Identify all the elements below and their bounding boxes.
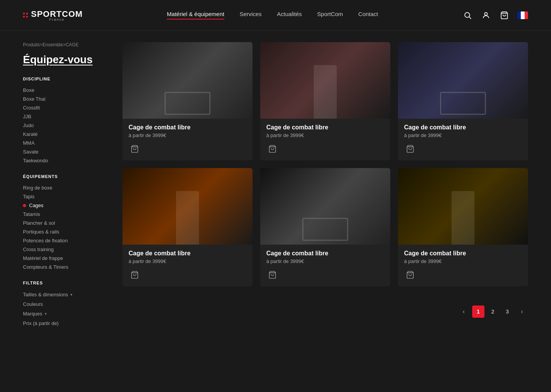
- product-card[interactable]: Cage de combat libreà partir de 3999€: [260, 168, 390, 286]
- svg-point-2: [484, 12, 487, 15]
- discipline-list: BoxeBoxe ThaïCrossfitJJBJudoKaratéMMASav…: [23, 86, 107, 165]
- discipline-item[interactable]: JJB: [23, 112, 107, 121]
- discipline-item[interactable]: Boxe Thaï: [23, 95, 107, 103]
- pagination: ‹ 1 2 3 ›: [122, 298, 528, 325]
- equipement-item[interactable]: Ring de boxe: [23, 183, 107, 192]
- product-name: Cage de combat libre: [404, 124, 522, 131]
- equipement-item[interactable]: Portiques & rails: [23, 227, 107, 236]
- discipline-item[interactable]: Karaté: [23, 130, 107, 139]
- discipline-item[interactable]: Savate: [23, 147, 107, 156]
- nav-materiel[interactable]: Matériel & équipement: [167, 11, 224, 20]
- product-name: Cage de combat libre: [129, 250, 246, 257]
- discipline-item[interactable]: Judo: [23, 121, 107, 130]
- search-icon[interactable]: [462, 10, 473, 21]
- discipline-item[interactable]: MMA: [23, 139, 107, 147]
- sidebar-title: Équipez-vous: [23, 54, 107, 66]
- equipement-item[interactable]: Compteurs & Timers: [23, 263, 107, 271]
- nav-actualites[interactable]: Actualités: [277, 11, 302, 20]
- filtres-list: Tailles & dimensions▾CouleursMarques▾Pri…: [23, 290, 107, 328]
- pagination-next[interactable]: ›: [516, 305, 528, 318]
- pagination-prev[interactable]: ‹: [458, 305, 470, 318]
- main-container: Produits>Ensemble>CAGE Équipez-vous DISC…: [0, 31, 551, 340]
- filter-arrow-icon: ▾: [45, 312, 47, 316]
- product-image: [260, 168, 390, 245]
- logo[interactable]: SPORTCOM France: [23, 9, 83, 21]
- product-image: [398, 168, 528, 245]
- nav-contact[interactable]: Contact: [358, 11, 378, 20]
- product-price: à partir de 3999€: [266, 258, 384, 264]
- logo-text: SPORTCOM: [31, 9, 83, 19]
- header: SPORTCOM France Matériel & équipement Se…: [0, 0, 551, 31]
- add-to-cart-button[interactable]: [129, 143, 141, 155]
- discipline-item[interactable]: Boxe: [23, 86, 107, 95]
- main-nav: Matériel & équipement Services Actualité…: [167, 11, 378, 20]
- equipement-item[interactable]: Cages: [23, 201, 107, 210]
- active-indicator: [23, 204, 26, 207]
- product-image: [398, 42, 528, 119]
- product-image: [260, 42, 390, 119]
- product-price: à partir de 3999€: [266, 132, 384, 138]
- product-price: à partir de 3999€: [129, 132, 246, 138]
- filter-item[interactable]: Couleurs: [23, 299, 107, 309]
- product-name: Cage de combat libre: [266, 124, 384, 131]
- product-price: à partir de 3999€: [129, 258, 246, 264]
- product-image: [122, 42, 253, 119]
- equipements-section-title: ÉQUIPEMENTS: [23, 174, 107, 179]
- discipline-item[interactable]: Crossfit: [23, 103, 107, 112]
- filtres-section-title: FILTRES: [23, 281, 107, 285]
- page-2-button[interactable]: 2: [487, 305, 499, 318]
- add-to-cart-button[interactable]: [129, 269, 141, 281]
- filter-arrow-icon: ▾: [70, 292, 72, 297]
- cart-header-icon[interactable]: [499, 10, 510, 21]
- add-to-cart-button[interactable]: [266, 143, 279, 155]
- logo-dots: [23, 13, 28, 18]
- equipement-item[interactable]: Cross training: [23, 245, 107, 254]
- product-price: à partir de 3999€: [404, 132, 522, 138]
- add-to-cart-button[interactable]: [404, 269, 416, 281]
- filter-item[interactable]: Tailles & dimensions▾: [23, 290, 107, 299]
- discipline-section-title: DISCIPLINE: [23, 77, 107, 81]
- page-3-button[interactable]: 3: [501, 305, 514, 318]
- add-to-cart-button[interactable]: [266, 269, 279, 281]
- breadcrumb: Produits>Ensemble>CAGE: [23, 42, 107, 47]
- product-grid-area: Cage de combat libreà partir de 3999€ Ca…: [122, 42, 528, 328]
- product-name: Cage de combat libre: [266, 250, 384, 257]
- equipements-list: Ring de boxeTapisCagesTatamisPlancher & …: [23, 183, 107, 271]
- equipement-item[interactable]: Potences de fixation: [23, 236, 107, 245]
- product-card[interactable]: Cage de combat libreà partir de 3999€: [398, 42, 528, 160]
- nav-services[interactable]: Services: [240, 11, 262, 20]
- product-grid: Cage de combat libreà partir de 3999€ Ca…: [122, 42, 528, 286]
- product-name: Cage de combat libre: [129, 124, 246, 131]
- add-to-cart-button[interactable]: [404, 143, 416, 155]
- sidebar: Produits>Ensemble>CAGE Équipez-vous DISC…: [23, 42, 107, 328]
- product-image: [122, 168, 253, 245]
- svg-point-0: [465, 12, 470, 17]
- equipement-item[interactable]: Tatamis: [23, 210, 107, 219]
- product-price: à partir de 3999€: [404, 258, 522, 264]
- filter-item[interactable]: Prix (à partir de): [23, 318, 107, 328]
- product-card[interactable]: Cage de combat libreà partir de 3999€: [122, 168, 253, 286]
- product-card[interactable]: Cage de combat libreà partir de 3999€: [398, 168, 528, 286]
- svg-line-1: [469, 17, 471, 19]
- equipement-item[interactable]: Matériel de frappe: [23, 254, 107, 263]
- page-1-button[interactable]: 1: [472, 305, 484, 318]
- header-icons: [462, 10, 528, 21]
- nav-sportcom[interactable]: SportCom: [317, 11, 343, 20]
- product-card[interactable]: Cage de combat libreà partir de 3999€: [122, 42, 253, 160]
- product-name: Cage de combat libre: [404, 250, 522, 257]
- flag-icon[interactable]: [517, 11, 528, 19]
- equipement-item[interactable]: Plancher & sol: [23, 219, 107, 227]
- product-card[interactable]: Cage de combat libreà partir de 3999€: [260, 42, 390, 160]
- equipement-item[interactable]: Tapis: [23, 192, 107, 201]
- account-icon[interactable]: [481, 10, 491, 21]
- discipline-item[interactable]: Taekwondo: [23, 156, 107, 165]
- filter-item[interactable]: Marques▾: [23, 309, 107, 318]
